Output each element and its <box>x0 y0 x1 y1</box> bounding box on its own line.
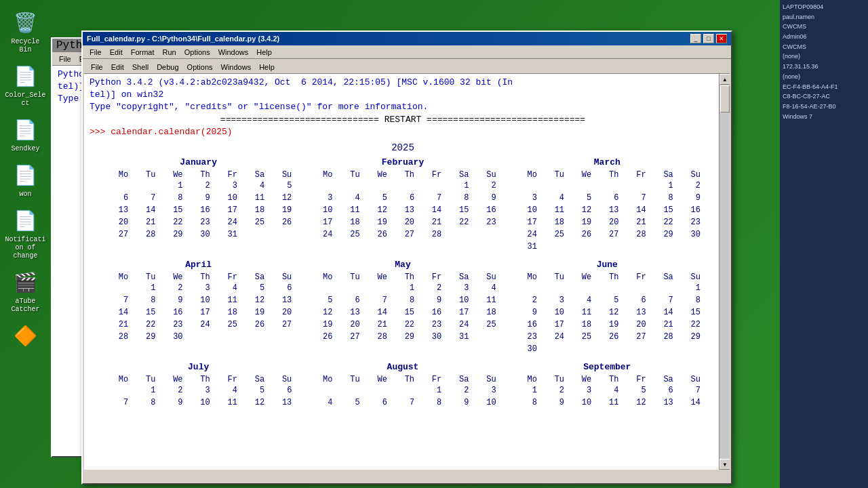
shell-content[interactable]: Python 3.4.2 (v3.4.2:ab2c023a9432, Oct 6… <box>84 74 730 470</box>
month-september: September MoTuWeThFrSaSu 1234567 8910111… <box>512 362 703 409</box>
main-window: Full_calendar.py - C:\Python34\Full_cale… <box>81 30 732 485</box>
july-table: MoTuWeThFrSaSu 123456 78910111213 <box>103 375 294 409</box>
color-select-icon[interactable]: 📄 Color_Select <box>2 60 50 110</box>
info-panel: LAPTOP09804 paul.namen CWCMS Admin06 CWC… <box>780 0 868 488</box>
calendar-row-3: July MoTuWeThFrSaSu 123456 78910111213 A… <box>103 362 703 409</box>
shell-menu-debug[interactable]: Debug <box>153 62 182 72</box>
month-april-header: April <box>103 260 294 270</box>
info-mac3: F8-16-54-AE-27-B0 <box>783 103 865 111</box>
shell-menu-file[interactable]: File <box>87 62 107 72</box>
menu-run[interactable]: Run <box>159 47 180 57</box>
info-mac1: EC-F4-BB-64-A4-F1 <box>783 83 865 92</box>
python-line3: Type "copyright", "credits" or "license(… <box>90 101 716 113</box>
month-august: August MoTuWeThFrSaSu 123 45678910 <box>307 362 498 409</box>
august-table: MoTuWeThFrSaSu 123 45678910 <box>307 375 498 409</box>
info-mac2: C8-BC-C8-27-AC <box>783 93 865 101</box>
won-icon[interactable]: 📄 won <box>2 159 50 201</box>
march-table: MoTuWeThFrSaSu 12 3456789 10111213141516… <box>512 170 703 253</box>
desktop: 🗑️ Recycle Bin 📄 Color_Select 📄 Sendkey … <box>0 0 868 488</box>
prompt-cmd: >>> calendar.calendar(2025) <box>90 126 716 138</box>
back-menu-file[interactable]: File <box>55 54 75 64</box>
shell-area: File Edit Shell Debug Options Windows He… <box>84 60 730 470</box>
main-window-title: Full_calendar.py - C:\Python34\Full_cale… <box>87 35 279 43</box>
scroll-thumb[interactable] <box>720 85 730 113</box>
month-january-header: January <box>103 157 294 167</box>
february-table: MoTuWeThFrSaSu 12 3456789 10111213141516… <box>307 170 498 241</box>
info-cwcms2: CWCMS <box>783 43 865 52</box>
notification-icon[interactable]: 📄 Notification of change <box>2 205 50 263</box>
shell-menu-help[interactable]: Help <box>255 62 279 72</box>
python-version-line: Python 3.4.2 (v3.4.2:ab2c023a9432, Oct 6… <box>90 77 716 89</box>
calendar-row-1: January MoTuWeThFrSaSu 12345 6789101112 … <box>103 157 703 253</box>
menu-format[interactable]: Format <box>127 47 159 57</box>
scroll-down-button[interactable]: ▼ <box>719 459 730 470</box>
sendkey-icon[interactable]: 📄 Sendkey <box>2 114 50 156</box>
month-february-header: February <box>307 157 498 167</box>
menu-help[interactable]: Help <box>252 47 276 57</box>
september-table: MoTuWeThFrSaSu 1234567 891011121314 <box>512 375 703 409</box>
desktop-icons-left: 🗑️ Recycle Bin 📄 Color_Select 📄 Sendkey … <box>0 0 51 488</box>
may-table: MoTuWeThFrSaSu 1234 567891011 1213141516… <box>307 272 498 343</box>
atube-icon[interactable]: 🎬 aTube Catcher <box>2 266 50 317</box>
shell-menu-windows[interactable]: Windows <box>217 62 256 72</box>
calendar-year: 2025 <box>103 142 703 153</box>
main-menu-bar: File Edit Format Run Options Windows Hel… <box>83 45 731 59</box>
scroll-up-button[interactable]: ▲ <box>719 74 730 85</box>
info-admin: Admin06 <box>783 33 865 41</box>
menu-options[interactable]: Options <box>180 47 214 57</box>
python-line2: tel)] on win32 <box>90 89 716 101</box>
month-july-header: July <box>103 362 294 372</box>
blender-icon[interactable]: 🔶 <box>2 320 50 354</box>
month-june: June MoTuWeThFrSaSu 1 2345678 9101112131… <box>512 260 703 355</box>
june-table: MoTuWeThFrSaSu 1 2345678 9101112131415 1… <box>512 272 703 355</box>
shell-menu-options[interactable]: Options <box>183 62 217 72</box>
month-january: January MoTuWeThFrSaSu 12345 6789101112 … <box>103 157 294 253</box>
info-cwcms1: CWCMS <box>783 23 865 31</box>
info-laptop: LAPTOP09804 <box>783 3 865 12</box>
main-window-titlebar: Full_calendar.py - C:\Python34\Full_cale… <box>83 32 731 45</box>
month-march: March MoTuWeThFrSaSu 12 3456789 10111213… <box>512 157 703 253</box>
recycle-bin-icon[interactable]: 🗑️ Recycle Bin <box>2 7 50 57</box>
month-april: April MoTuWeThFrSaSu 123456 78910111213 … <box>103 260 294 355</box>
main-close-button[interactable]: ✕ <box>716 34 727 43</box>
month-august-header: August <box>307 362 498 372</box>
april-table: MoTuWeThFrSaSu 123456 78910111213 141516… <box>103 272 294 343</box>
main-title-buttons: _ □ ✕ <box>690 34 727 43</box>
month-may-header: May <box>307 260 498 270</box>
shell-menu-shell[interactable]: Shell <box>128 62 153 72</box>
calendar-row-2: April MoTuWeThFrSaSu 123456 78910111213 … <box>103 260 703 355</box>
shell-menu-edit[interactable]: Edit <box>107 62 128 72</box>
month-may: May MoTuWeThFrSaSu 1234 567891011 121314… <box>307 260 498 355</box>
menu-file[interactable]: File <box>85 47 106 57</box>
month-june-header: June <box>512 260 703 270</box>
scroll-track <box>719 85 730 459</box>
scrollbar[interactable]: ▲ ▼ <box>719 74 730 470</box>
month-march-header: March <box>512 157 703 167</box>
main-minimize-button[interactable]: _ <box>690 34 701 43</box>
info-none1: (none) <box>783 53 865 61</box>
menu-edit[interactable]: Edit <box>106 47 127 57</box>
shell-menu-bar: File Edit Shell Debug Options Windows He… <box>84 60 730 74</box>
info-ip: 172.31.15.36 <box>783 63 865 71</box>
main-maximize-button[interactable]: □ <box>703 34 714 43</box>
month-february: February MoTuWeThFrSaSu 12 3456789 10111… <box>307 157 498 253</box>
info-user: paul.namen <box>783 14 865 22</box>
month-september-header: September <box>512 362 703 372</box>
info-none2: (none) <box>783 73 865 81</box>
calendar-display: 2025 January MoTuWeThFrSaSu 12345 678910… <box>90 142 716 409</box>
restart-line: ============================== RESTART =… <box>90 114 716 126</box>
info-os: Windows 7 <box>783 113 865 121</box>
january-table: MoTuWeThFrSaSu 12345 6789101112 13141516… <box>103 170 294 241</box>
month-july: July MoTuWeThFrSaSu 123456 78910111213 <box>103 362 294 409</box>
menu-windows[interactable]: Windows <box>214 47 253 57</box>
